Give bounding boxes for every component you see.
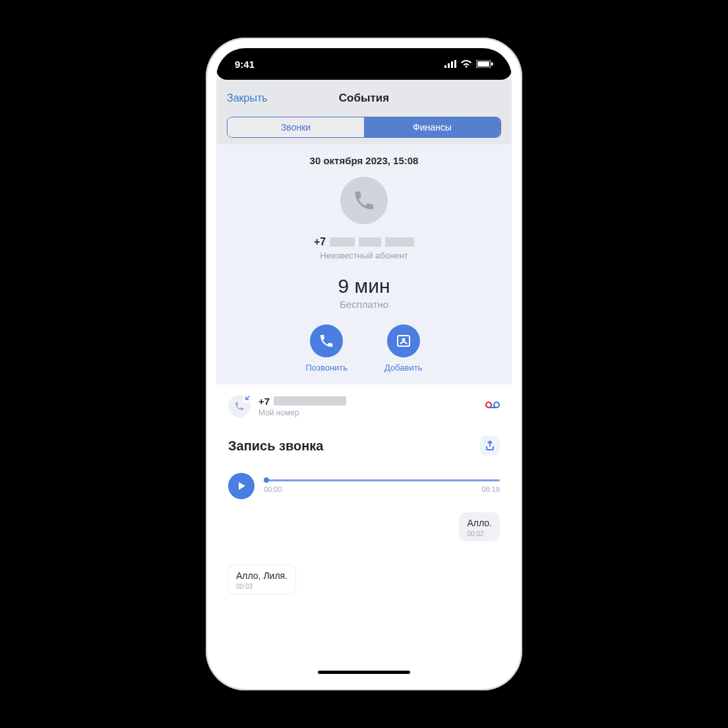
home-indicator[interactable]: [318, 671, 410, 674]
export-button[interactable]: [480, 436, 500, 456]
caller-avatar: [340, 177, 388, 224]
share-icon: [485, 440, 495, 451]
phone-icon: [318, 333, 334, 349]
signal-icon: [444, 60, 456, 68]
my-number: +7: [258, 396, 477, 407]
transcript-bubble-self: Алло, Лиля. 00:03: [228, 565, 295, 594]
svg-rect-5: [477, 61, 489, 67]
svg-rect-1: [448, 63, 450, 68]
bubble-timestamp: 00:02: [467, 530, 492, 537]
number-prefix: +7: [314, 236, 326, 248]
time-end: 08:18: [481, 485, 500, 493]
transcript: Алло. 00:02 Алло, Лиля. 00:03: [228, 512, 500, 594]
my-number-masked: [274, 396, 346, 406]
progress-track: [264, 479, 500, 481]
call-cost: Бесплатно: [227, 299, 501, 310]
svg-rect-3: [454, 60, 456, 68]
add-contact-button[interactable]: Добавить: [384, 324, 422, 373]
header-title: События: [227, 92, 501, 105]
call-details: +7 Мой номер Запись звонка: [216, 384, 512, 680]
phone-icon: [352, 189, 376, 212]
svg-rect-2: [451, 61, 453, 68]
battery-icon: [476, 60, 493, 68]
transcript-row: Алло. 00:02: [228, 512, 500, 541]
svg-point-8: [402, 338, 405, 342]
time-start: 00:00: [264, 485, 282, 493]
arrow-down-left-icon: [244, 395, 251, 402]
number-masked: [359, 237, 381, 247]
bubble-text: Алло, Лиля.: [236, 570, 288, 581]
number-masked: [330, 237, 355, 247]
tab-calls[interactable]: Звонки: [228, 117, 364, 137]
phone-frame: 9:41 Закрыть События Звонки Финансы 30 о…: [206, 38, 522, 690]
call-date: 30 октября 2023, 15:08: [227, 155, 501, 166]
status-time: 9:41: [235, 59, 255, 70]
svg-rect-0: [444, 65, 446, 68]
play-icon: [236, 481, 247, 491]
voicemail-icon: [485, 400, 500, 412]
call-duration: 9 мин: [227, 275, 501, 297]
close-button[interactable]: Закрыть: [227, 92, 268, 104]
call-card: 30 октября 2023, 15:08 +7 Неизвестный аб…: [216, 144, 512, 680]
tab-finance[interactable]: Финансы: [364, 117, 501, 137]
caller-number: +7: [227, 236, 501, 248]
transcript-row: Алло, Лиля. 00:03: [228, 565, 500, 594]
caller-label: Неизвестный абонент: [227, 251, 501, 260]
call-button[interactable]: Позвонить: [306, 324, 348, 373]
recording-title: Запись звонка: [228, 439, 323, 454]
svg-point-10: [494, 402, 499, 408]
segmented-control: Звонки Финансы: [227, 117, 501, 138]
add-contact-icon: [396, 333, 411, 349]
add-button-label: Добавить: [384, 363, 422, 373]
call-button-label: Позвонить: [306, 363, 348, 373]
bubble-timestamp: 00:03: [236, 583, 288, 590]
play-button[interactable]: [228, 473, 255, 499]
audio-player: 00:00 08:18: [228, 473, 500, 499]
sheet-header: Закрыть События Звонки Финансы: [216, 80, 512, 144]
phone-icon: [234, 401, 245, 411]
status-indicators: [444, 60, 493, 68]
status-bar: 9:41: [216, 48, 512, 80]
svg-point-9: [486, 402, 491, 408]
my-number-prefix: +7: [258, 396, 270, 407]
my-number-label: Мой номер: [258, 408, 477, 417]
bubble-text: Алло.: [467, 518, 492, 528]
my-number-row: +7 Мой номер: [228, 395, 500, 417]
screen: 9:41 Закрыть События Звонки Финансы 30 о…: [216, 48, 512, 680]
transcript-bubble-other: Алло. 00:02: [459, 512, 500, 541]
call-summary: 30 октября 2023, 15:08 +7 Неизвестный аб…: [216, 144, 512, 384]
wifi-icon: [460, 60, 472, 68]
action-row: Позвонить Добавить: [227, 324, 501, 373]
number-masked: [385, 237, 414, 247]
incoming-call-icon: [228, 395, 251, 417]
timeline[interactable]: 00:00 08:18: [264, 479, 500, 493]
recording-header: Запись звонка: [228, 436, 500, 456]
svg-rect-6: [491, 63, 493, 66]
